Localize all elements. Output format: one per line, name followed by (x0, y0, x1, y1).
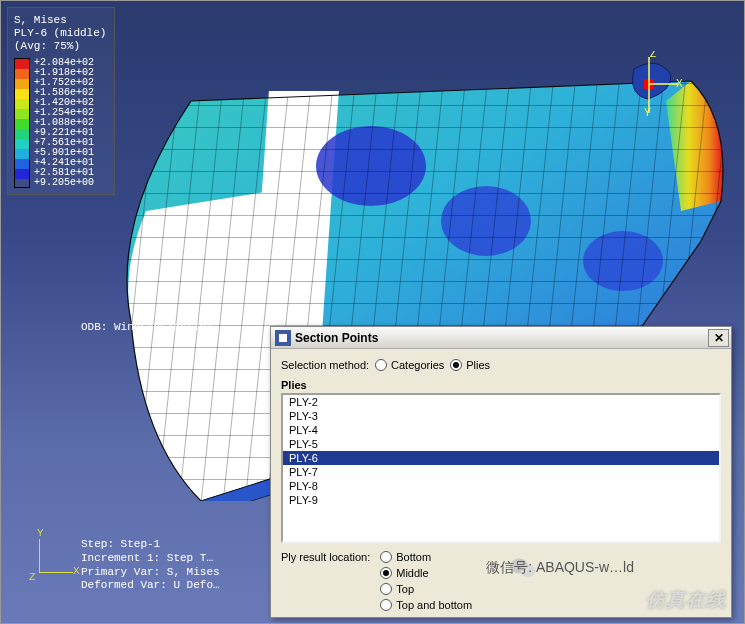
legend-swatch (15, 129, 29, 139)
ply-location-label: Top and bottom (396, 599, 472, 611)
ply-location-option[interactable]: Middle (380, 567, 472, 579)
plies-listbox[interactable]: PLY-2PLY-3PLY-4PLY-5PLY-6PLY-7PLY-8PLY-9 (281, 393, 721, 543)
dialog-close-button[interactable]: ✕ (708, 329, 729, 347)
legend-swatch (15, 159, 29, 169)
selection-method-label: Selection method: (281, 359, 369, 371)
view-triad: Y X Z (29, 523, 89, 583)
deformed-var-text: Deformed Var: U Defo… (81, 579, 220, 593)
legend-swatch (15, 109, 29, 119)
ply-location-option[interactable]: Top and bottom (380, 599, 472, 611)
ply-item[interactable]: PLY-5 (283, 437, 719, 451)
svg-rect-1 (251, 91, 339, 351)
wechat-label: 微信号: ABAQUS-w…ld (486, 559, 634, 577)
ply-location-radio[interactable] (380, 583, 392, 595)
method-categories-label: Categories (391, 359, 444, 371)
method-categories-radio[interactable] (375, 359, 387, 371)
ply-item[interactable]: PLY-9 (283, 493, 719, 507)
legend-swatch (15, 119, 29, 129)
ply-item[interactable]: PLY-8 (283, 479, 719, 493)
legend-swatch (15, 149, 29, 159)
legend-swatch (15, 89, 29, 99)
dialog-title: Section Points (295, 331, 708, 345)
compass-z-label: Z (650, 51, 656, 59)
legend-swatch (15, 169, 29, 179)
legend-swatch (15, 79, 29, 89)
ply-location-option[interactable]: Bottom (380, 551, 472, 563)
legend-section-point: PLY-6 (middle) (14, 27, 106, 40)
triad-z-label: Z (29, 571, 36, 583)
legend-swatch (15, 69, 29, 79)
legend-tick-labels: +2.084e+02+1.918e+02+1.752e+02+1.586e+02… (34, 58, 94, 188)
ply-location-radio[interactable] (380, 567, 392, 579)
ply-location-radio[interactable] (380, 599, 392, 611)
legend-swatch (15, 139, 29, 149)
triad-x-axis (39, 572, 73, 573)
odb-path-text: ODB: WingLinElastic1… (81, 321, 220, 333)
ply-location-label: Bottom (396, 551, 431, 563)
method-plies-option[interactable]: Plies (450, 359, 490, 371)
legend-swatch (15, 59, 29, 69)
ply-item[interactable]: PLY-6 (283, 451, 719, 465)
ply-item[interactable]: PLY-2 (283, 395, 719, 409)
method-categories-option[interactable]: Categories (375, 359, 444, 371)
ply-result-location-label: Ply result location: (281, 551, 370, 563)
brand-watermark: 仿真在线 (646, 587, 726, 613)
triad-y-axis (39, 539, 40, 573)
legend-swatch (15, 99, 29, 109)
legend-averaging: (Avg: 75%) (14, 40, 106, 53)
step-text: Step: Step-1 (81, 538, 220, 552)
triad-x-label: X (73, 565, 80, 577)
dialog-app-icon (275, 330, 291, 346)
method-plies-radio[interactable] (450, 359, 462, 371)
ply-location-radio[interactable] (380, 551, 392, 563)
plies-group-label: Plies (281, 379, 721, 391)
legend-tick: +9.205e+00 (34, 178, 94, 188)
ply-result-location-options: BottomMiddleTopTop and bottom (380, 551, 472, 611)
ply-item[interactable]: PLY-4 (283, 423, 719, 437)
legend-header: S, Mises PLY-6 (middle) (Avg: 75%) (14, 14, 106, 54)
primary-var-text: Primary Var: S, Mises (81, 566, 220, 580)
increment-text: Increment 1: Step T… (81, 552, 220, 566)
legend-box: S, Mises PLY-6 (middle) (Avg: 75%) +2.08… (7, 7, 115, 195)
dialog-titlebar[interactable]: Section Points ✕ (271, 327, 731, 349)
svg-point-3 (441, 186, 531, 256)
triad-y-label: Y (37, 527, 44, 539)
compass-y-label: Y (644, 107, 651, 118)
state-block: Step: Step-1 Increment 1: Step T… Primar… (81, 538, 220, 593)
legend-color-bar (14, 58, 30, 188)
selection-method-row: Selection method: Categories Plies (281, 359, 721, 371)
legend-variable-name: S, Mises (14, 14, 106, 27)
svg-point-2 (316, 126, 426, 206)
method-plies-label: Plies (466, 359, 490, 371)
svg-point-4 (583, 231, 663, 291)
ply-item[interactable]: PLY-7 (283, 465, 719, 479)
view-compass[interactable]: Z X Y (614, 51, 684, 121)
ply-location-option[interactable]: Top (380, 583, 472, 595)
ply-item[interactable]: PLY-3 (283, 409, 719, 423)
ply-location-label: Top (396, 583, 414, 595)
compass-x-label: X (676, 78, 683, 89)
ply-location-label: Middle (396, 567, 428, 579)
